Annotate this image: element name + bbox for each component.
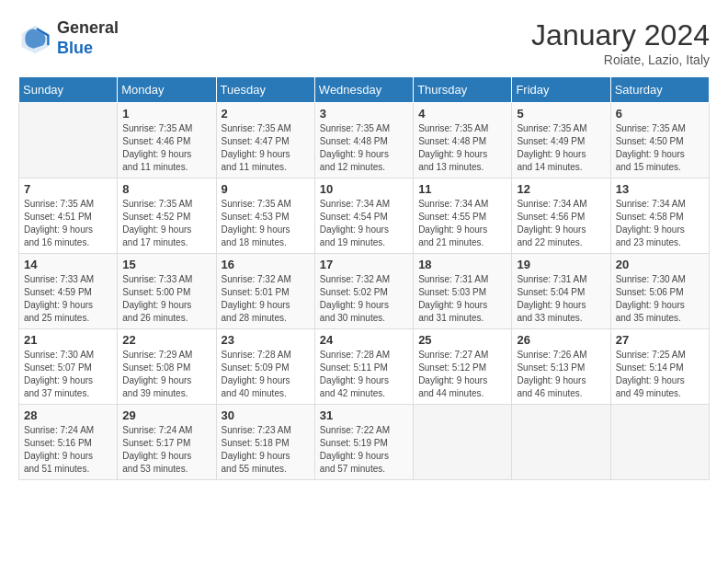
month-title: January 2024: [531, 18, 710, 52]
day-number: 3: [320, 107, 408, 121]
calendar-week-1: 7Sunrise: 7:35 AM Sunset: 4:51 PM Daylig…: [19, 178, 710, 254]
day-info: Sunrise: 7:35 AM Sunset: 4:51 PM Dayligh…: [24, 198, 112, 249]
day-number: 26: [517, 333, 605, 347]
calendar-cell: 16Sunrise: 7:32 AM Sunset: 5:01 PM Dayli…: [216, 254, 314, 329]
day-info: Sunrise: 7:34 AM Sunset: 4:58 PM Dayligh…: [616, 198, 704, 249]
day-info: Sunrise: 7:35 AM Sunset: 4:49 PM Dayligh…: [517, 122, 605, 174]
calendar-cell: 8Sunrise: 7:35 AM Sunset: 4:52 PM Daylig…: [118, 178, 216, 254]
calendar-cell: 22Sunrise: 7:29 AM Sunset: 5:08 PM Dayli…: [118, 329, 216, 405]
day-number: 29: [122, 408, 210, 422]
weekday-header-monday: Monday: [118, 77, 216, 103]
calendar-cell: 4Sunrise: 7:35 AM Sunset: 4:48 PM Daylig…: [414, 103, 512, 178]
day-number: 20: [616, 258, 704, 271]
day-info: Sunrise: 7:27 AM Sunset: 5:12 PM Dayligh…: [418, 349, 506, 400]
calendar-cell: 2Sunrise: 7:35 AM Sunset: 4:47 PM Daylig…: [216, 103, 314, 178]
logo-blue: Blue: [57, 39, 93, 57]
day-info: Sunrise: 7:31 AM Sunset: 5:03 PM Dayligh…: [418, 273, 506, 325]
calendar-cell: 6Sunrise: 7:35 AM Sunset: 4:50 PM Daylig…: [610, 103, 709, 178]
weekday-header-saturday: Saturday: [610, 77, 709, 103]
day-info: Sunrise: 7:26 AM Sunset: 5:13 PM Dayligh…: [517, 349, 605, 400]
day-number: 25: [418, 333, 506, 347]
location-subtitle: Roiate, Lazio, Italy: [531, 52, 710, 67]
weekday-header-thursday: Thursday: [414, 77, 512, 103]
logo-general: General: [57, 18, 119, 37]
calendar-cell: 27Sunrise: 7:25 AM Sunset: 5:14 PM Dayli…: [610, 329, 709, 405]
calendar-cell: 24Sunrise: 7:28 AM Sunset: 5:11 PM Dayli…: [314, 329, 413, 405]
calendar-cell: 7Sunrise: 7:35 AM Sunset: 4:51 PM Daylig…: [19, 178, 118, 254]
day-number: 6: [616, 107, 704, 121]
day-number: 30: [222, 408, 310, 422]
day-info: Sunrise: 7:32 AM Sunset: 5:01 PM Dayligh…: [222, 273, 310, 325]
day-info: Sunrise: 7:22 AM Sunset: 5:19 PM Dayligh…: [320, 424, 408, 476]
day-number: 21: [24, 333, 112, 347]
weekday-row: SundayMondayTuesdayWednesdayThursdayFrid…: [19, 77, 710, 103]
calendar-cell: 20Sunrise: 7:30 AM Sunset: 5:06 PM Dayli…: [610, 254, 709, 329]
day-number: 2: [222, 107, 310, 121]
day-number: 8: [122, 182, 210, 196]
calendar-cell: 25Sunrise: 7:27 AM Sunset: 5:12 PM Dayli…: [414, 329, 512, 405]
day-info: Sunrise: 7:32 AM Sunset: 5:02 PM Dayligh…: [320, 273, 408, 325]
calendar-cell: 1Sunrise: 7:35 AM Sunset: 4:46 PM Daylig…: [118, 103, 216, 178]
calendar-cell: 13Sunrise: 7:34 AM Sunset: 4:58 PM Dayli…: [610, 178, 709, 254]
calendar-cell: 12Sunrise: 7:34 AM Sunset: 4:56 PM Dayli…: [512, 178, 610, 254]
day-number: 17: [320, 258, 408, 271]
title-section: January 2024 Roiate, Lazio, Italy: [531, 18, 710, 67]
calendar-week-0: 1Sunrise: 7:35 AM Sunset: 4:46 PM Daylig…: [19, 103, 710, 178]
day-info: Sunrise: 7:35 AM Sunset: 4:50 PM Dayligh…: [616, 122, 704, 174]
weekday-header-wednesday: Wednesday: [314, 77, 413, 103]
day-info: Sunrise: 7:31 AM Sunset: 5:04 PM Dayligh…: [517, 273, 605, 325]
day-info: Sunrise: 7:28 AM Sunset: 5:11 PM Dayligh…: [320, 349, 408, 400]
day-info: Sunrise: 7:35 AM Sunset: 4:53 PM Dayligh…: [222, 198, 310, 249]
calendar-cell: 11Sunrise: 7:34 AM Sunset: 4:55 PM Dayli…: [414, 178, 512, 254]
day-number: 9: [222, 182, 310, 196]
day-number: 18: [418, 258, 506, 271]
day-number: 24: [320, 333, 408, 347]
calendar-cell: [610, 405, 709, 480]
calendar-table: SundayMondayTuesdayWednesdayThursdayFrid…: [18, 76, 710, 480]
day-number: 5: [517, 107, 605, 121]
calendar-body: 1Sunrise: 7:35 AM Sunset: 4:46 PM Daylig…: [19, 103, 710, 480]
day-info: Sunrise: 7:33 AM Sunset: 5:00 PM Dayligh…: [122, 273, 210, 325]
day-info: Sunrise: 7:35 AM Sunset: 4:48 PM Dayligh…: [418, 122, 506, 174]
calendar-cell: [414, 405, 512, 480]
weekday-header-tuesday: Tuesday: [216, 77, 314, 103]
day-info: Sunrise: 7:35 AM Sunset: 4:47 PM Dayligh…: [222, 122, 310, 174]
day-number: 14: [24, 258, 112, 271]
day-info: Sunrise: 7:25 AM Sunset: 5:14 PM Dayligh…: [616, 349, 704, 400]
day-number: 11: [418, 182, 506, 196]
page-header: General Blue January 2024 Roiate, Lazio,…: [18, 18, 710, 67]
day-number: 27: [616, 333, 704, 347]
day-number: 13: [616, 182, 704, 196]
calendar-header: SundayMondayTuesdayWednesdayThursdayFrid…: [19, 77, 710, 103]
day-number: 23: [222, 333, 310, 347]
calendar-cell: [19, 103, 118, 178]
day-number: 31: [320, 408, 408, 422]
calendar-cell: 21Sunrise: 7:30 AM Sunset: 5:07 PM Dayli…: [19, 329, 118, 405]
logo-text: General Blue: [57, 18, 119, 58]
calendar-week-3: 21Sunrise: 7:30 AM Sunset: 5:07 PM Dayli…: [19, 329, 710, 405]
day-info: Sunrise: 7:24 AM Sunset: 5:17 PM Dayligh…: [122, 424, 210, 476]
calendar-cell: 15Sunrise: 7:33 AM Sunset: 5:00 PM Dayli…: [118, 254, 216, 329]
day-info: Sunrise: 7:30 AM Sunset: 5:07 PM Dayligh…: [24, 349, 112, 400]
day-info: Sunrise: 7:34 AM Sunset: 4:55 PM Dayligh…: [418, 198, 506, 249]
day-info: Sunrise: 7:34 AM Sunset: 4:56 PM Dayligh…: [517, 198, 605, 249]
day-info: Sunrise: 7:34 AM Sunset: 4:54 PM Dayligh…: [320, 198, 408, 249]
day-number: 10: [320, 182, 408, 196]
day-number: 12: [517, 182, 605, 196]
logo-icon: [18, 22, 51, 55]
calendar-cell: 19Sunrise: 7:31 AM Sunset: 5:04 PM Dayli…: [512, 254, 610, 329]
day-number: 16: [222, 258, 310, 271]
calendar-cell: 10Sunrise: 7:34 AM Sunset: 4:54 PM Dayli…: [314, 178, 413, 254]
calendar-cell: 3Sunrise: 7:35 AM Sunset: 4:48 PM Daylig…: [314, 103, 413, 178]
day-info: Sunrise: 7:35 AM Sunset: 4:52 PM Dayligh…: [122, 198, 210, 249]
calendar-cell: 26Sunrise: 7:26 AM Sunset: 5:13 PM Dayli…: [512, 329, 610, 405]
day-number: 1: [122, 107, 210, 121]
calendar-cell: 23Sunrise: 7:28 AM Sunset: 5:09 PM Dayli…: [216, 329, 314, 405]
calendar-week-2: 14Sunrise: 7:33 AM Sunset: 4:59 PM Dayli…: [19, 254, 710, 329]
day-info: Sunrise: 7:35 AM Sunset: 4:46 PM Dayligh…: [122, 122, 210, 174]
day-info: Sunrise: 7:28 AM Sunset: 5:09 PM Dayligh…: [222, 349, 310, 400]
day-info: Sunrise: 7:29 AM Sunset: 5:08 PM Dayligh…: [122, 349, 210, 400]
day-number: 15: [122, 258, 210, 271]
day-info: Sunrise: 7:30 AM Sunset: 5:06 PM Dayligh…: [616, 273, 704, 325]
calendar-cell: 30Sunrise: 7:23 AM Sunset: 5:18 PM Dayli…: [216, 405, 314, 480]
